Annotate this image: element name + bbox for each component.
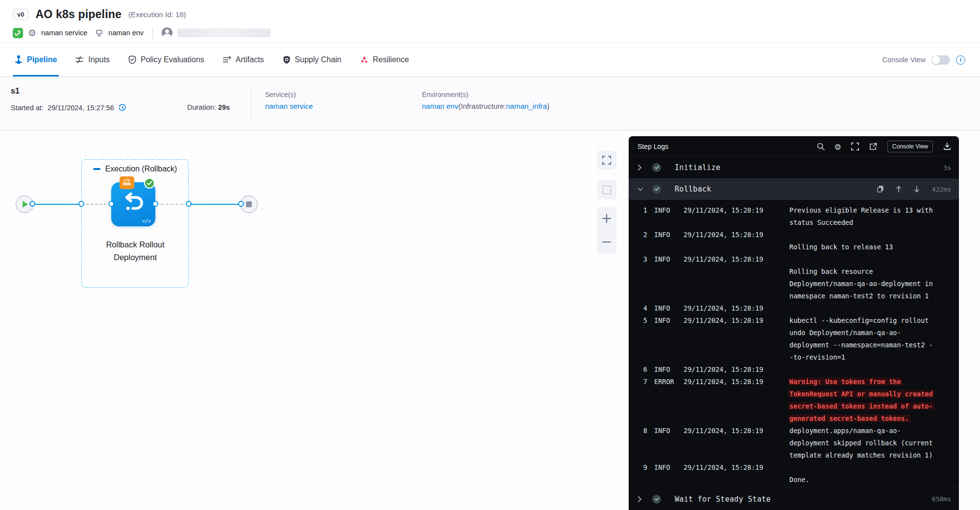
duration-label: Duration: (187, 103, 216, 111)
pipeline-title: AO k8s pipeline (35, 8, 122, 21)
fit-to-screen-button[interactable] (597, 150, 616, 170)
execution-id-label: (Execution Id: 18) (128, 10, 186, 19)
rollback-step-node[interactable]: </> (111, 182, 155, 226)
open-in-new-icon[interactable] (869, 143, 877, 150)
chevron-right-icon (637, 164, 643, 171)
log-entry-error: 7ERROR29/11/2024, 15:28:19 Warning: Use … (637, 376, 951, 425)
environments-label: Environment(s) (422, 91, 549, 98)
console-view-toggle[interactable] (931, 55, 950, 65)
pipeline-icon (15, 55, 23, 64)
tab-policy-evaluations[interactable]: Policy Evaluations (128, 43, 204, 76)
group-title: Execution (Rollback) (105, 165, 177, 173)
search-icon[interactable] (817, 143, 825, 150)
redacted-user-info (177, 28, 270, 37)
header-service-label: naman service (41, 29, 87, 37)
history-icon[interactable] (118, 103, 126, 112)
step-success-icon (652, 495, 661, 504)
avatar[interactable] (162, 27, 172, 38)
tab-supply-chain[interactable]: Supply Chain (283, 43, 342, 76)
log-entry: 9INFO29/11/2024, 15:28:19 Done. (637, 461, 951, 486)
stage-name: s1 (11, 87, 187, 96)
services-label: Service(s) (265, 91, 422, 98)
marquee-select-button[interactable] (597, 180, 616, 199)
log-entry: 2INFO29/11/2024, 15:28:19 Rolling back t… (637, 229, 951, 253)
scroll-up-icon[interactable] (896, 186, 902, 193)
step-row-rollback[interactable]: Rollback 422ms (629, 178, 959, 200)
service-link[interactable]: naman service (265, 102, 422, 110)
step-success-icon (652, 163, 661, 172)
started-at-value: 29/11/2024, 15:27:56 (48, 104, 114, 112)
tab-pipeline[interactable]: Pipeline (15, 43, 57, 76)
inputs-icon (75, 56, 84, 64)
stage-divider (251, 89, 251, 120)
list-plus-icon (223, 56, 231, 64)
step-row-initialize[interactable]: Initialize 3s (629, 157, 959, 178)
chaos-icon (360, 56, 368, 64)
gear-icon[interactable]: ⚙ (28, 28, 36, 38)
environment-icon (95, 29, 103, 37)
zoom-in-button[interactable] (597, 207, 616, 230)
log-entry: 3INFO29/11/2024, 15:28:19 Rolling back r… (637, 253, 951, 302)
connector-dot (152, 201, 158, 207)
panel-title: Step Logs (637, 143, 668, 150)
step-row-wait-for-steady-state[interactable]: Wait for Steady State 658ms (629, 487, 959, 510)
console-view-label: Console View (882, 56, 926, 64)
step-duration: 3s (943, 164, 951, 171)
version-badge: v0 (13, 9, 28, 20)
chevron-right-icon (637, 496, 643, 503)
step-logs-panel: Step Logs ⚙ Console View (629, 136, 959, 510)
collapse-icon[interactable] (93, 168, 100, 170)
connector-dot (29, 201, 35, 207)
play-icon (23, 201, 28, 208)
tab-artifacts[interactable]: Artifacts (223, 43, 264, 76)
fullscreen-icon[interactable] (851, 143, 859, 150)
rollback-arrow-icon (121, 191, 146, 217)
zoom-out-button[interactable] (597, 230, 616, 254)
marquee-icon (603, 186, 611, 194)
info-icon[interactable]: i (956, 55, 965, 65)
copy-icon[interactable] (877, 186, 883, 193)
connector-dot (78, 201, 84, 207)
step-logs-header: Step Logs ⚙ Console View (629, 136, 959, 157)
edge-group-to-end (189, 204, 241, 205)
pipeline-canvas[interactable]: Execution (Rollback) </> Rollback Rollou… (0, 131, 980, 510)
connector-dot (238, 201, 244, 207)
duration-value: 29s (218, 103, 230, 111)
cd-module-icon (13, 28, 23, 38)
log-entry: 5INFO29/11/2024, 15:28:19 kubectl --kube… (637, 315, 951, 364)
infrastructure-suffix: ) (547, 102, 549, 110)
tab-bar: Pipeline Inputs Policy Evaluations (0, 43, 980, 77)
header-environment-label: naman env (108, 29, 144, 37)
log-entry: 1INFO29/11/2024, 15:28:19 Previous eligi… (637, 204, 951, 229)
script-glyph: </> (142, 219, 151, 224)
started-at-label: Started at: (11, 104, 44, 112)
step-duration: 658ms (932, 495, 951, 503)
step-name: Rollback (675, 185, 711, 194)
shield-icon (283, 55, 291, 64)
console-view-button[interactable]: Console View (887, 141, 933, 152)
step-name: Initialize (675, 163, 720, 172)
stop-icon (246, 201, 252, 207)
infrastructure-link[interactable]: naman_infra (506, 102, 547, 110)
step-success-icon (652, 185, 661, 194)
connector-dot (108, 201, 114, 207)
scroll-down-icon[interactable] (914, 186, 920, 193)
rolling-deployment-badge-icon (120, 176, 134, 189)
environment-link[interactable]: naman env (422, 102, 458, 110)
zoom-controls (597, 207, 616, 254)
tab-resilience[interactable]: Resilience (360, 43, 409, 76)
node-label: Rollback Rollout Deployment (79, 238, 191, 264)
tab-inputs[interactable]: Inputs (75, 43, 110, 76)
shield-check-icon (128, 55, 136, 64)
download-icon[interactable] (943, 143, 951, 150)
log-entry: 4INFO29/11/2024, 15:28:19 (637, 302, 951, 315)
settings-gear-icon[interactable]: ⚙ (835, 142, 841, 151)
chevron-down-icon (637, 187, 643, 192)
log-entry: 8INFO29/11/2024, 15:28:19 deployment.app… (637, 425, 951, 461)
step-duration: 422ms (932, 186, 951, 193)
step-name: Wait for Steady State (675, 495, 771, 504)
header-divider (152, 27, 153, 39)
edge-start-to-group (32, 204, 81, 205)
success-check-icon (144, 178, 155, 189)
log-output: 1INFO29/11/2024, 15:28:19 Previous eligi… (629, 200, 959, 487)
